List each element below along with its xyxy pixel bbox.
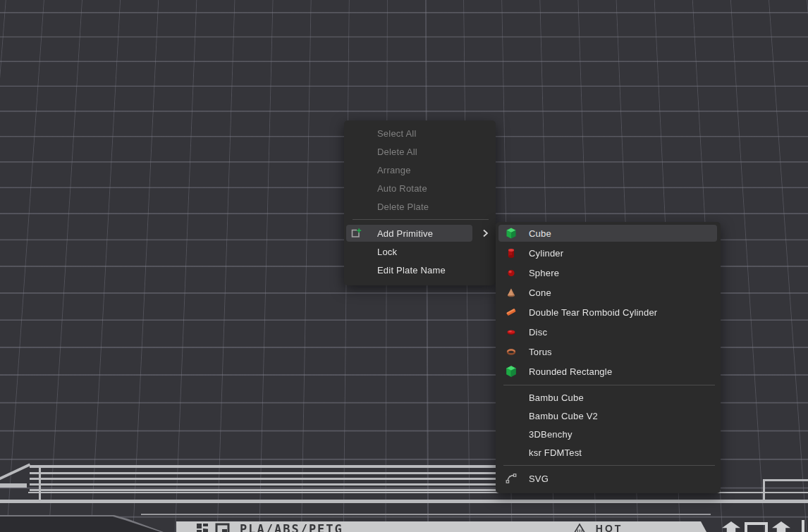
plate-label-bar: PLA/ABS/PETG HOT	[176, 521, 711, 532]
bambu-logo-icon	[196, 523, 209, 532]
add-primitive-icon	[350, 228, 362, 239]
menu-item-auto-rotate[interactable]: Auto Rotate	[344, 179, 496, 197]
submenu-item-svg[interactable]: SVG	[496, 469, 721, 488]
submenu-item-rounded-rectangle[interactable]: Rounded Rectangle	[496, 361, 721, 381]
menu-item-lock[interactable]: Lock	[344, 242, 496, 261]
submenu-item-double-tear-romboid-cylinder[interactable]: Double Tear Romboid Cylinder	[496, 302, 721, 322]
plate-edge-line	[0, 500, 808, 503]
menu-item-delete-plate[interactable]: Delete Plate	[344, 197, 496, 216]
submenu-item-bambu-cube-v2[interactable]: Bambu Cube V2	[496, 407, 721, 425]
plate-edge-line	[763, 479, 808, 481]
hot-warning-icon	[572, 523, 587, 532]
menu-separator	[503, 465, 715, 466]
submenu-item-bambu-cube[interactable]: Bambu Cube	[496, 388, 721, 407]
menu-item-edit-plate-name[interactable]: Edit Plate Name	[344, 261, 496, 279]
torus-icon	[506, 346, 517, 357]
svg-curve-icon	[506, 473, 517, 484]
plate-edge-marker	[802, 520, 804, 532]
submenu-item-cube[interactable]: Cube	[496, 223, 721, 243]
plate-edge-line	[141, 514, 711, 515]
hot-warning-label: HOT	[596, 523, 623, 532]
menu-item-arrange[interactable]: Arrange	[344, 161, 496, 179]
cylinder-icon	[506, 247, 517, 259]
cone-icon	[506, 287, 517, 298]
sphere-icon	[506, 267, 517, 278]
plate-context-menu: Select All Delete All Arrange Auto Rotat…	[344, 120, 496, 285]
romboid-cylinder-icon	[506, 307, 517, 318]
submenu-item-disc[interactable]: Disc	[496, 322, 721, 342]
menu-item-add-primitive[interactable]: Add Primitive	[344, 224, 496, 242]
plate-edge-line	[0, 483, 27, 488]
plate-type-icon	[215, 523, 230, 532]
submenu-item-sphere[interactable]: Sphere	[496, 263, 721, 283]
menu-separator	[353, 219, 489, 220]
disc-icon	[506, 326, 517, 338]
menu-item-select-all[interactable]: Select All	[344, 124, 496, 142]
cube-icon	[506, 228, 517, 239]
plate-edge-line	[763, 480, 765, 501]
plate-material-label: PLA/ABS/PETG	[240, 522, 343, 532]
submenu-chevron-icon	[479, 228, 491, 239]
submenu-item-3dbenchy[interactable]: 3DBenchy	[496, 425, 721, 443]
submenu-item-cone[interactable]: Cone	[496, 283, 721, 302]
menu-separator	[503, 385, 715, 385]
menu-item-delete-all[interactable]: Delete All	[344, 142, 496, 161]
submenu-item-torus[interactable]: Torus	[496, 342, 721, 361]
submenu-item-ksr-fdmtest[interactable]: ksr FDMTest	[496, 443, 721, 462]
submenu-item-cylinder[interactable]: Cylinder	[496, 243, 721, 263]
plate-edge-line	[39, 465, 41, 502]
add-primitive-submenu: Cube Cylinder Sphere	[496, 222, 721, 493]
plate-lock-icon[interactable]	[745, 522, 768, 532]
rounded-rectangle-icon	[506, 366, 517, 377]
